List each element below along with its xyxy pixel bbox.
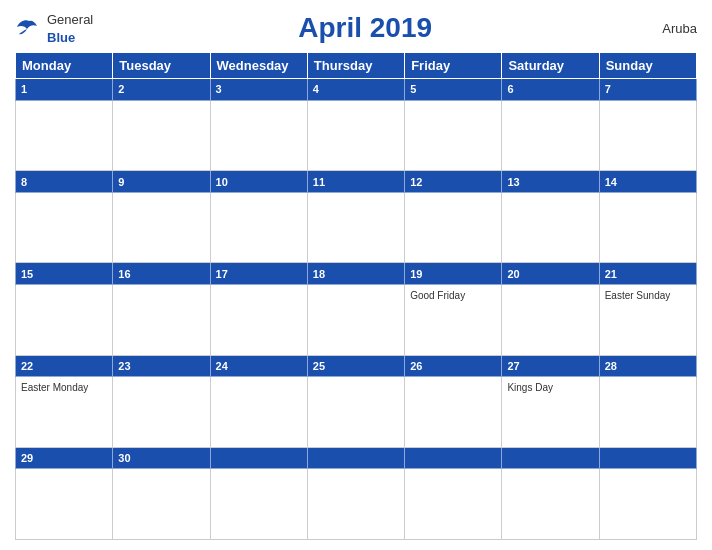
calendar-table: Monday Tuesday Wednesday Thursday Friday… [15, 52, 697, 540]
week-5-day-4-number [307, 447, 404, 469]
week-2-day-2-content [113, 192, 210, 263]
week-2-day-2-number: 9 [113, 171, 210, 193]
week-3-day-5-content: Good Friday [405, 285, 502, 356]
top-bar: General Blue April 2019 Aruba [15, 10, 697, 46]
week-2-day-3-number: 10 [210, 171, 307, 193]
week-3-day-3-content [210, 285, 307, 356]
week-1-day-6-number: 6 [502, 79, 599, 101]
logo-bird-icon [15, 17, 43, 39]
week-5-day-1-number: 29 [16, 447, 113, 469]
week-2-day-4-content [307, 192, 404, 263]
week-3-day-1-number: 15 [16, 263, 113, 285]
week-1-day-7-content [599, 100, 696, 171]
week-2-content-row [16, 192, 697, 263]
week-2-day-6-number: 13 [502, 171, 599, 193]
holiday-label: Good Friday [410, 290, 496, 302]
week-5-day-1-content [16, 469, 113, 540]
header-friday: Friday [405, 53, 502, 79]
week-2-day-1-number: 8 [16, 171, 113, 193]
week-2-day-5-number: 12 [405, 171, 502, 193]
holiday-label: Easter Sunday [605, 290, 691, 302]
week-5-day-7-content [599, 469, 696, 540]
week-4-day-4-content [307, 377, 404, 448]
calendar-body: 123456789101112131415161718192021Good Fr… [16, 79, 697, 540]
week-4-day-1-number: 22 [16, 355, 113, 377]
week-3-day-2-content [113, 285, 210, 356]
week-1-content-row [16, 100, 697, 171]
week-2-day-1-content [16, 192, 113, 263]
week-3-day-5-number: 19 [405, 263, 502, 285]
week-1-day-4-number: 4 [307, 79, 404, 101]
header-saturday: Saturday [502, 53, 599, 79]
week-4-num-row: 22232425262728 [16, 355, 697, 377]
week-1-day-5-content [405, 100, 502, 171]
week-3-day-6-content [502, 285, 599, 356]
week-3-day-4-number: 18 [307, 263, 404, 285]
holiday-label: Kings Day [507, 382, 593, 394]
logo-text: General Blue [47, 10, 93, 46]
week-1-num-row: 1234567 [16, 79, 697, 101]
week-4-day-6-number: 27 [502, 355, 599, 377]
week-2-day-4-number: 11 [307, 171, 404, 193]
week-5-day-6-number [502, 447, 599, 469]
week-3-day-1-content [16, 285, 113, 356]
week-5-day-2-number: 30 [113, 447, 210, 469]
week-4-day-3-number: 24 [210, 355, 307, 377]
week-2-day-5-content [405, 192, 502, 263]
header-sunday: Sunday [599, 53, 696, 79]
week-4-day-2-content [113, 377, 210, 448]
header-tuesday: Tuesday [113, 53, 210, 79]
week-1-day-2-content [113, 100, 210, 171]
week-5-content-row [16, 469, 697, 540]
week-1-day-3-content [210, 100, 307, 171]
header-monday: Monday [16, 53, 113, 79]
week-3-day-4-content [307, 285, 404, 356]
week-3-day-7-number: 21 [599, 263, 696, 285]
week-1-day-2-number: 2 [113, 79, 210, 101]
week-5-num-row: 2930 [16, 447, 697, 469]
holiday-label: Easter Monday [21, 382, 107, 394]
week-2-day-3-content [210, 192, 307, 263]
week-1-day-6-content [502, 100, 599, 171]
week-1-day-1-number: 1 [16, 79, 113, 101]
week-2-day-7-content [599, 192, 696, 263]
week-4-day-3-content [210, 377, 307, 448]
week-4-day-7-number: 28 [599, 355, 696, 377]
week-2-num-row: 891011121314 [16, 171, 697, 193]
header-thursday: Thursday [307, 53, 404, 79]
week-5-day-6-content [502, 469, 599, 540]
logo-blue: Blue [47, 30, 75, 45]
week-4-day-1-content: Easter Monday [16, 377, 113, 448]
week-4-day-5-number: 26 [405, 355, 502, 377]
week-1-day-4-content [307, 100, 404, 171]
week-3-day-6-number: 20 [502, 263, 599, 285]
week-1-day-3-number: 3 [210, 79, 307, 101]
logo-general: General [47, 12, 93, 27]
week-3-day-2-number: 16 [113, 263, 210, 285]
week-1-day-5-number: 5 [405, 79, 502, 101]
week-5-day-5-number [405, 447, 502, 469]
week-5-day-5-content [405, 469, 502, 540]
week-4-day-4-number: 25 [307, 355, 404, 377]
logo: General Blue [15, 10, 93, 46]
week-4-day-5-content [405, 377, 502, 448]
week-5-day-3-content [210, 469, 307, 540]
week-1-day-7-number: 7 [599, 79, 696, 101]
week-1-day-1-content [16, 100, 113, 171]
header-wednesday: Wednesday [210, 53, 307, 79]
week-5-day-7-number [599, 447, 696, 469]
week-4-day-2-number: 23 [113, 355, 210, 377]
calendar-title: April 2019 [93, 12, 637, 44]
day-headers-row: Monday Tuesday Wednesday Thursday Friday… [16, 53, 697, 79]
week-5-day-3-number [210, 447, 307, 469]
week-4-day-7-content [599, 377, 696, 448]
week-5-day-4-content [307, 469, 404, 540]
week-3-day-3-number: 17 [210, 263, 307, 285]
week-4-day-6-content: Kings Day [502, 377, 599, 448]
country-label: Aruba [637, 21, 697, 36]
week-3-num-row: 15161718192021 [16, 263, 697, 285]
week-4-content-row: Easter MondayKings Day [16, 377, 697, 448]
week-2-day-7-number: 14 [599, 171, 696, 193]
week-3-day-7-content: Easter Sunday [599, 285, 696, 356]
week-2-day-6-content [502, 192, 599, 263]
